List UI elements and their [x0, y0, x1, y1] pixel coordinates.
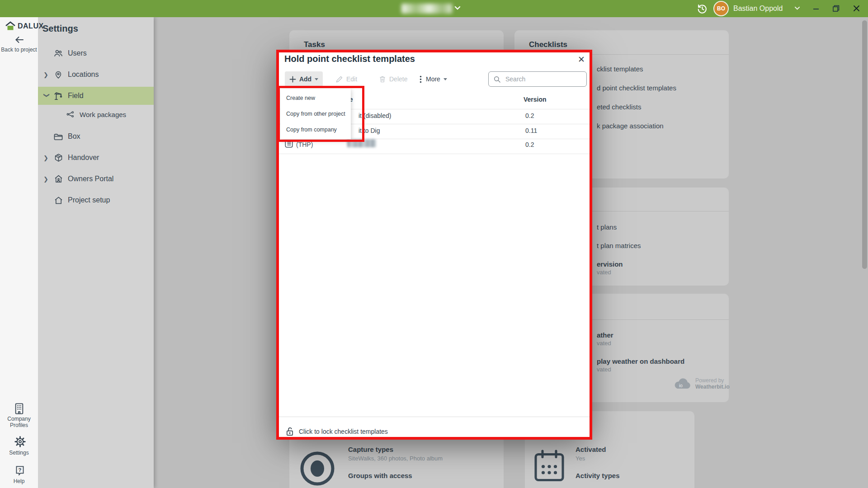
capture-record-icon [298, 450, 336, 488]
caret-down-icon [443, 78, 447, 80]
column-header-version[interactable]: Version [524, 96, 547, 103]
weatherbit-brand: Weatherbit.io [695, 384, 730, 390]
template-row-code[interactable]: (THP) [296, 141, 313, 148]
rail-item-help[interactable]: Help [0, 478, 38, 484]
add-button[interactable]: Add [285, 71, 323, 87]
capture-types-title[interactable]: Capture types [348, 446, 393, 453]
calendar-icon [533, 449, 566, 483]
project-title-redacted[interactable] [401, 4, 452, 14]
sidebar-item-owners-portal[interactable]: ❯ Owners Portal [38, 170, 154, 188]
pencil-icon [335, 75, 343, 83]
rail-item-company-profiles[interactable]: Company Profiles [0, 416, 38, 428]
dalux-house-icon [5, 21, 16, 32]
dalux-logo[interactable]: DALUX [5, 21, 44, 32]
more-button[interactable]: More [420, 71, 447, 87]
app-window: BO Bastian Oppold DALUX Back to project [0, 0, 868, 488]
sidebar-item-users[interactable]: Users [38, 44, 154, 62]
kebab-menu-icon [420, 75, 422, 83]
svg-text:?: ? [18, 467, 21, 473]
edit-button[interactable]: Edit [335, 71, 357, 87]
activity-types-link[interactable]: Activity types [576, 472, 620, 479]
sidebar-item-label: Work packages [80, 111, 126, 118]
back-arrow-icon[interactable] [14, 34, 25, 45]
template-row-version: 0.11 [525, 127, 537, 134]
search-icon [493, 75, 501, 83]
owners-portal-icon [52, 174, 64, 184]
maximize-button[interactable] [832, 4, 840, 13]
dalux-logo-text: DALUX [18, 22, 44, 30]
gear-icon[interactable] [14, 436, 26, 448]
users-icon [52, 49, 64, 58]
checklists-link[interactable]: eted checklists [597, 103, 641, 111]
sidebar-item-label: Locations [68, 70, 99, 79]
plus-icon [289, 76, 296, 83]
groups-with-access-link[interactable]: Groups with access [348, 472, 412, 479]
divider [279, 154, 590, 154]
project-chevron-down-icon[interactable] [454, 5, 461, 11]
unlock-icon [286, 427, 294, 436]
quality-link[interactable]: t plan matrices [597, 242, 641, 249]
close-window-button[interactable] [852, 4, 861, 13]
quality-link[interactable]: t plans [597, 223, 617, 231]
search-input[interactable] [505, 75, 579, 83]
sidebar-item-handover[interactable]: ❯ Handover [38, 149, 154, 167]
history-icon[interactable] [696, 3, 708, 15]
sidebar-item-label: Box [68, 132, 80, 141]
checklist-template-icon [284, 139, 293, 148]
minimize-button[interactable] [812, 5, 820, 12]
checklists-link[interactable]: cklist templates [597, 65, 643, 73]
folder-icon [52, 132, 64, 141]
checklists-link[interactable]: d point checklist templates [597, 84, 676, 92]
caret-down-icon [315, 78, 318, 80]
edit-button-label: Edit [346, 75, 357, 83]
menu-item-copy-from-other-project[interactable]: Copy from other project [280, 111, 351, 117]
capture-types-value: SiteWalks, 360 photos, Photo album [348, 455, 443, 462]
home-icon [52, 196, 64, 205]
sidebar-item-field[interactable]: ❯ Field [38, 87, 154, 105]
chevron-down-icon: ❯ [43, 93, 50, 99]
weather-link[interactable]: ather [597, 331, 613, 339]
company-profiles-icon[interactable] [13, 402, 25, 415]
user-chevron-down-icon[interactable] [794, 6, 801, 11]
rail-item-settings[interactable]: Settings [0, 450, 38, 456]
avatar-initials: BO [717, 5, 725, 12]
sidebar-item-project-setup[interactable]: Project setup [38, 191, 154, 209]
template-row-name[interactable]: it (disabled) [359, 112, 391, 119]
quality-link-status: vated [597, 269, 611, 276]
sidebar-item-label: Users [68, 49, 87, 57]
sidebar-item-box[interactable]: Box [38, 127, 154, 145]
delete-button[interactable]: Delete [379, 71, 407, 87]
help-icon[interactable]: ? [14, 465, 26, 477]
sidebar-item-label: Handover [68, 154, 99, 162]
template-row-version: 0.2 [525, 112, 534, 119]
weatherbit-cloud-icon: io [672, 376, 692, 391]
user-menu[interactable]: Bastian Oppold [733, 0, 783, 17]
sidebar-item-locations[interactable]: ❯ Locations [38, 66, 154, 84]
menu-item-create-new[interactable]: Create new [280, 95, 351, 101]
sidebar-item-work-packages[interactable]: Work packages [38, 107, 154, 122]
template-row-name[interactable]: it to Dig [359, 127, 380, 134]
lock-templates-toggle[interactable]: Click to lock checklist templates [286, 427, 388, 436]
trash-icon [379, 75, 386, 83]
package-box-icon [52, 153, 64, 163]
vertical-scrollbar[interactable] [862, 20, 867, 269]
template-row-version: 0.2 [525, 141, 534, 148]
back-to-project-label[interactable]: Back to project [0, 47, 38, 53]
checklists-link[interactable]: k package association [597, 122, 664, 130]
sidebar-item-label: Owners Portal [68, 175, 113, 183]
quality-link[interactable]: ervision [597, 260, 623, 268]
more-button-label: More [426, 75, 440, 83]
avatar[interactable]: BO [713, 1, 729, 16]
weatherbit-attribution: io Powered by Weatherbit.io [672, 376, 730, 391]
work-packages-icon [64, 111, 76, 118]
search-field[interactable] [488, 71, 587, 87]
chevron-right-icon: ❯ [43, 71, 50, 78]
svg-text:io: io [679, 383, 683, 388]
weather-link[interactable]: play weather on dashboard [597, 357, 684, 365]
sidebar-heading: Settings [42, 23, 78, 34]
close-dialog-icon[interactable]: ✕ [578, 54, 585, 65]
menu-item-copy-from-company[interactable]: Copy from company [280, 127, 351, 133]
chevron-right-icon: ❯ [43, 155, 50, 161]
checklists-card-title: Checklists [529, 40, 567, 49]
sidebar-item-label: Project setup [68, 196, 110, 204]
